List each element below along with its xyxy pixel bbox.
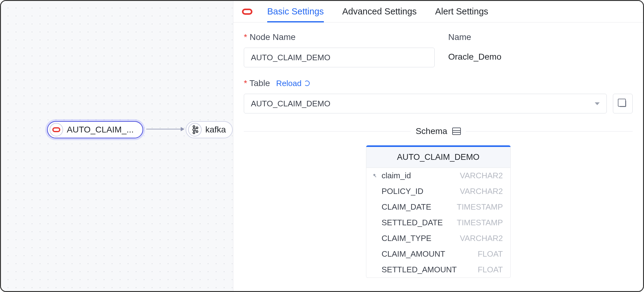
schema-column-row: SETTLED_AMOUNTFLOAT	[366, 262, 510, 278]
name-label: Name	[448, 32, 501, 42]
schema-column-type: TIMESTAMP	[457, 202, 503, 212]
node-name-input[interactable]	[244, 48, 435, 67]
properties-panel: Basic Settings Advanced Settings Alert S…	[233, 1, 643, 291]
schema-column-name: SETTLED_DATE	[382, 218, 443, 227]
reload-icon	[304, 81, 310, 86]
schema-column-name: CLAIM_TYPE	[382, 234, 432, 243]
name-value: Oracle_Demo	[448, 48, 501, 62]
schema-column-row: CLAIM_AMOUNTFLOAT	[366, 246, 510, 262]
schema-column-row: claim_idVARCHAR2	[366, 168, 510, 183]
schema-column-name: POLICY_ID	[382, 187, 424, 196]
schema-title: Schema	[416, 126, 447, 136]
svg-point-1	[193, 128, 195, 131]
schema-column-row: CLAIM_TYPEVARCHAR2	[366, 231, 510, 246]
schema-column-type: VARCHAR2	[460, 187, 503, 196]
schema-divider: Schema	[244, 126, 633, 136]
tab-advanced-settings[interactable]: Advanced Settings	[342, 1, 417, 22]
table-select[interactable]: AUTO_CLAIM_DEMO	[244, 94, 607, 113]
flow-node-target-label: kafka	[202, 125, 230, 135]
reload-button[interactable]: Reload	[276, 79, 309, 88]
schema-column-row: CLAIM_DATETIMESTAMP	[366, 199, 510, 215]
schema-column-row: SETTLED_DATETIMESTAMP	[366, 215, 510, 231]
flow-node-source[interactable]: AUTO_CLAIM_...	[47, 121, 143, 138]
tab-alert-settings[interactable]: Alert Settings	[435, 1, 488, 22]
node-name-label: Node Name	[244, 32, 435, 42]
chevron-down-icon	[595, 102, 600, 105]
svg-point-2	[193, 132, 195, 134]
svg-point-3	[196, 127, 198, 129]
schema-column-type: FLOAT	[478, 265, 503, 274]
copy-button[interactable]	[613, 94, 633, 113]
schema-column-name: CLAIM_DATE	[382, 202, 431, 212]
flow-canvas[interactable]: AUTO_CLAIM_...	[1, 1, 233, 291]
primary-key-icon	[372, 173, 379, 178]
settings-tabs: Basic Settings Advanced Settings Alert S…	[233, 1, 643, 22]
schema-column-name: claim_id	[382, 171, 411, 180]
schema-column-type: VARCHAR2	[460, 171, 503, 180]
schema-column-row: POLICY_IDVARCHAR2	[366, 183, 510, 199]
flow-edge	[146, 129, 184, 129]
tab-basic-settings[interactable]: Basic Settings	[267, 1, 324, 22]
flow-node-target[interactable]: kafka	[186, 121, 233, 138]
table-icon	[452, 128, 461, 135]
table-select-value: AUTO_CLAIM_DEMO	[251, 99, 330, 109]
table-label: Table	[244, 78, 270, 88]
oracle-icon	[50, 123, 63, 136]
copy-icon	[619, 100, 626, 107]
kafka-icon	[188, 123, 202, 136]
schema-column-type: FLOAT	[478, 249, 503, 259]
svg-point-0	[193, 126, 195, 128]
schema-table-name: AUTO_CLAIM_DEMO	[366, 147, 510, 168]
schema-column-type: TIMESTAMP	[457, 218, 503, 227]
flow-node-source-label: AUTO_CLAIM_...	[63, 125, 138, 135]
reload-label: Reload	[276, 79, 301, 88]
oracle-icon	[242, 9, 252, 15]
svg-line-7	[195, 128, 196, 129]
schema-column-type: VARCHAR2	[460, 234, 503, 243]
svg-point-4	[196, 131, 198, 132]
svg-line-8	[195, 130, 196, 131]
schema-card: AUTO_CLAIM_DEMO claim_idVARCHAR2POLICY_I…	[366, 145, 511, 278]
svg-rect-10	[374, 175, 376, 177]
schema-column-name: SETTLED_AMOUNT	[382, 265, 457, 274]
schema-column-name: CLAIM_AMOUNT	[382, 249, 445, 259]
